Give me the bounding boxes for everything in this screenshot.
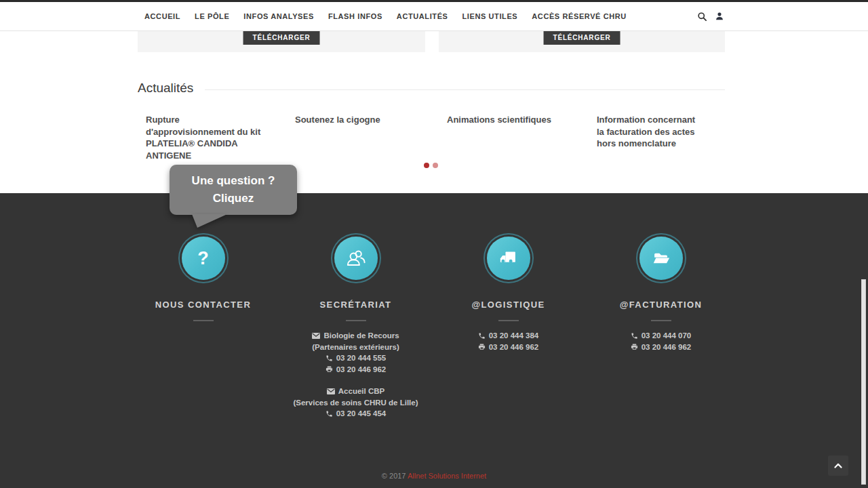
help-bubble[interactable]: Une question ? Cliquez (170, 165, 297, 215)
nav-item-liens-utiles[interactable]: LIENS UTILES (462, 12, 518, 20)
download-card-right: TÉLÉCHARGER (439, 31, 725, 52)
footer-col-facturation: @FACTURATION 03 20 444 070 03 20 446 962 (585, 193, 737, 352)
contact-fax: 03 20 446 962 (642, 342, 692, 353)
nav-item-le-pole[interactable]: LE PÔLE (195, 12, 229, 20)
contact-label: Accueil CBP (338, 386, 384, 397)
divider (193, 320, 214, 321)
news-item[interactable]: Soutenez la cigogne (295, 114, 431, 126)
phone-icon (631, 332, 638, 340)
main-header: ACCUEIL LE PÔLE INFOS ANALYSES FLASH INF… (0, 2, 868, 31)
nav-item-actualites[interactable]: ACTUALITÉS (397, 12, 448, 20)
divider (498, 320, 519, 321)
header-icons (696, 2, 725, 30)
contact-fax: 03 20 446 962 (489, 342, 539, 353)
download-button-left[interactable]: TÉLÉCHARGER (243, 31, 320, 45)
news-title-rule (205, 89, 725, 90)
contact-label: Biologie de Recours (323, 330, 399, 342)
copyright-link[interactable]: Allnet Solutions Internet (408, 472, 486, 480)
carousel-dot-active[interactable] (424, 163, 429, 168)
help-bubble-line1: Une question ? (170, 172, 297, 190)
footer-col-secretariat: SECRÉTARIAT Biologie de Recours (Partena… (279, 193, 432, 430)
news-item[interactable]: Information concernant la facturation de… (597, 114, 700, 150)
news-section-title: Actualités (138, 81, 193, 96)
footer-col-title: NOUS CONTACTER (127, 300, 279, 310)
carousel-dots (424, 163, 438, 168)
divider (346, 320, 366, 321)
copyright: © 2017 Allnet Solutions Internet (0, 472, 868, 480)
phone-icon (478, 332, 486, 340)
carousel-dot[interactable] (433, 163, 438, 168)
phone-icon (326, 354, 333, 362)
footer-col-title: @LOGISTIQUE (432, 300, 585, 310)
nav-item-accueil[interactable]: ACCUEIL (144, 12, 180, 20)
download-card-left: TÉLÉCHARGER (138, 31, 425, 52)
contact-fax: 03 20 446 962 (336, 364, 387, 375)
news-item[interactable]: Rupture d'approvisionnement du kit PLATE… (146, 114, 261, 161)
main-nav: ACCUEIL LE PÔLE INFOS ANALYSES FLASH INF… (144, 2, 627, 30)
question-icon[interactable]: ? (182, 237, 225, 280)
truck-icon[interactable] (487, 237, 530, 280)
fax-icon (631, 343, 638, 350)
contact-phone[interactable]: 03 20 445 454 (336, 408, 387, 420)
help-bubble-line2: Cliquez (170, 190, 297, 207)
contact-group: Accueil CBP (Services de soins CHRU de L… (279, 386, 432, 420)
contact-phone[interactable]: 03 20 444 070 (642, 330, 692, 342)
page: ACCUEIL LE PÔLE INFOS ANALYSES FLASH INF… (0, 0, 868, 488)
envelope-icon (327, 388, 335, 394)
fax-icon (478, 343, 486, 350)
nav-item-acces-reserve-chru[interactable]: ACCÈS RÉSERVÉ CHRU (532, 12, 627, 20)
contact-phone[interactable]: 03 20 444 555 (336, 352, 387, 364)
copyright-text: © 2017 (382, 472, 408, 480)
contact-sub: (Services de soins CHRU de Lille) (279, 397, 432, 409)
help-bubble-tail (192, 214, 227, 228)
contact-phone[interactable]: 03 20 444 384 (489, 330, 539, 342)
contact-sub: (Partenaires extérieurs) (279, 342, 432, 353)
nav-item-flash-infos[interactable]: FLASH INFOS (328, 12, 382, 20)
scrollbar-thumb[interactable] (861, 279, 866, 485)
divider (651, 320, 671, 321)
chevron-up-icon (834, 463, 842, 468)
fax-icon (326, 365, 333, 373)
envelope-icon (312, 333, 320, 339)
search-icon[interactable] (696, 11, 707, 22)
phone-icon (326, 410, 333, 418)
contact-group: Biologie de Recours (Partenaires extérie… (279, 330, 432, 375)
nav-item-infos-analyses[interactable]: INFOS ANALYSES (243, 12, 314, 20)
folder-open-icon[interactable] (639, 237, 683, 280)
user-icon[interactable] (714, 11, 725, 22)
news-item[interactable]: Animations scientifiques (447, 114, 583, 126)
footer: ? NOUS CONTACTER SECRÉTARIAT (0, 193, 868, 488)
footer-col-title: @FACTURATION (585, 300, 737, 310)
footer-col-title: SECRÉTARIAT (279, 300, 432, 310)
footer-col-logistique: @LOGISTIQUE 03 20 444 384 03 20 446 962 (432, 193, 585, 352)
scroll-to-top-button[interactable] (828, 455, 848, 476)
download-button-right[interactable]: TÉLÉCHARGER (544, 31, 620, 45)
users-icon[interactable] (334, 237, 378, 280)
